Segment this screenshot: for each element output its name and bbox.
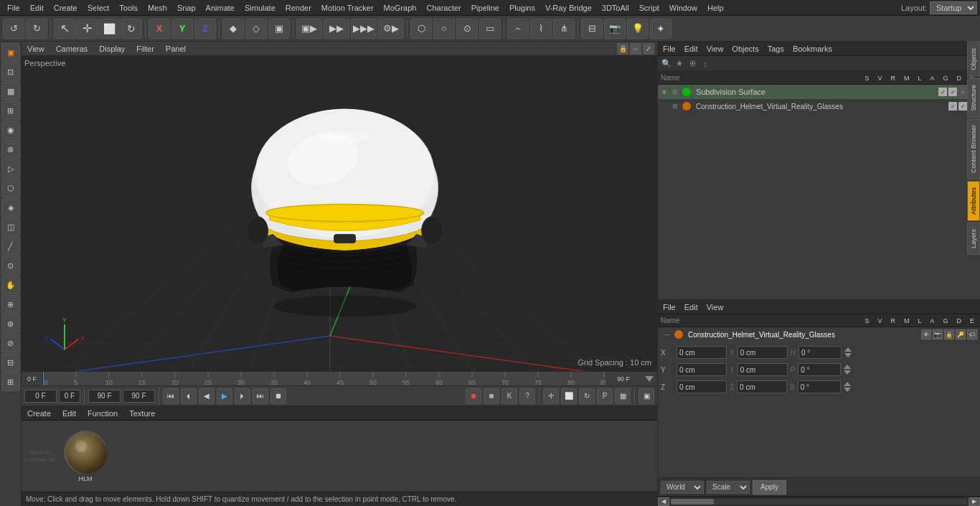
camera-button[interactable]: 📷 (604, 19, 626, 39)
magic-wand-button[interactable]: ✦ (650, 19, 672, 39)
mat-menu-function[interactable]: Function (85, 409, 121, 418)
am-h-rot-input[interactable] (798, 346, 842, 359)
axis-x-button[interactable]: X (149, 19, 170, 39)
move-tool-pb-button[interactable]: ✛ (543, 388, 559, 404)
am-camera-icon[interactable]: 📷 (933, 329, 943, 339)
point-mode-button[interactable]: ◆ (222, 19, 244, 39)
material-slot[interactable]: HLM (64, 431, 107, 482)
select-tools-button[interactable]: ▷ (1, 159, 20, 178)
om-lock-icon[interactable]: ○ (958, 88, 967, 96)
menu-help[interactable]: Help (703, 2, 728, 14)
am-y-pos-input[interactable] (677, 363, 727, 376)
axis-z-button[interactable]: Z (194, 19, 216, 39)
om-visible-icon[interactable]: ✓ (938, 88, 947, 96)
om-search-button[interactable]: 🔍 (661, 58, 672, 70)
next-frame-button[interactable]: ⏵ (235, 388, 250, 404)
render-settings-button[interactable]: ⚙▶ (378, 19, 404, 39)
viewport-menu-display[interactable]: Display (96, 44, 128, 53)
redo-button[interactable]: ↻ (26, 19, 47, 39)
om-menu-edit[interactable]: Edit (682, 44, 700, 53)
am-apply-button[interactable]: Apply (753, 480, 786, 495)
layer-button[interactable]: ⊟ (1, 353, 20, 372)
menu-render[interactable]: Render (281, 2, 316, 14)
cube-button[interactable]: ⬡ (410, 19, 432, 39)
floor-button[interactable]: ⊟ (581, 19, 603, 39)
select-tool-button[interactable]: ↖ (54, 19, 75, 39)
render-view-button[interactable]: ▶▶ (324, 19, 349, 39)
viewport-menu-panel[interactable]: Panel (163, 44, 189, 53)
menu-vray[interactable]: V-Ray Bridge (541, 2, 596, 14)
model-mode-button[interactable]: ▣ (1, 43, 20, 62)
am-scroll-right-button[interactable]: ▶ (969, 497, 980, 506)
pivot-button[interactable]: P (597, 388, 613, 404)
side-tab-objects[interactable]: Objects (967, 42, 980, 77)
fill-button[interactable]: ⊙ (1, 256, 20, 275)
menu-window[interactable]: Window (665, 2, 702, 14)
menu-edit[interactable]: Edit (26, 2, 48, 14)
key-button[interactable]: K (501, 388, 517, 404)
record-button[interactable]: ⏺ (466, 388, 481, 404)
light-button[interactable]: 💡 (627, 19, 649, 39)
paint-button[interactable]: ⬡ (1, 179, 20, 197)
proportional-button[interactable]: ⊗ (1, 140, 20, 159)
am-item-helmet[interactable]: — Construction_Helmet_Virtual_Reality_Gl… (658, 327, 980, 342)
playback-settings-button[interactable]: ? (519, 388, 535, 404)
am-scrollbar[interactable]: ◀ ▶ (658, 496, 980, 506)
mat-menu-create[interactable]: Create (24, 409, 54, 418)
mat-menu-edit[interactable]: Edit (60, 409, 79, 418)
om-menu-bookmarks[interactable]: Bookmarks (791, 44, 834, 53)
menu-character[interactable]: Character (422, 2, 465, 14)
menu-snap[interactable]: Snap (173, 2, 200, 14)
am-key-icon[interactable]: 🔑 (956, 329, 966, 339)
am-z-size-input[interactable] (737, 380, 787, 393)
grid-pb-button[interactable]: ▦ (615, 388, 631, 404)
am-menu-file[interactable]: File (661, 303, 678, 311)
am-p-rot-input[interactable] (798, 363, 841, 376)
am-menu-edit[interactable]: Edit (682, 303, 700, 311)
brush-button[interactable]: ⊘ (1, 334, 20, 352)
om-helmet-visible-icon[interactable]: ✓ (948, 102, 957, 111)
menu-script[interactable]: Script (635, 2, 664, 14)
viewport-fullscreen-icon[interactable]: ⤢ (643, 43, 654, 55)
menu-simulate[interactable]: Simulate (240, 2, 280, 14)
am-z-pos-input[interactable] (677, 380, 727, 393)
playback-start-field[interactable] (24, 390, 57, 403)
prev-frame-button[interactable]: ⏴ (181, 388, 197, 404)
scale-tool-button[interactable]: ⬜ (98, 19, 120, 39)
axis-y-button[interactable]: Y (171, 19, 193, 39)
texture-mode-button[interactable]: ⊡ (1, 62, 20, 81)
om-sort-button[interactable]: ↕ (699, 58, 711, 70)
cylinder-button[interactable]: ⊙ (456, 19, 478, 39)
menu-file[interactable]: File (3, 2, 24, 14)
am-b-rot-input[interactable] (798, 380, 841, 393)
render-active-button[interactable]: ▶▶▶ (351, 19, 377, 39)
menu-pipeline[interactable]: Pipeline (467, 2, 504, 14)
am-lock2-icon[interactable]: 🔒 (944, 329, 954, 339)
viewport-lock-icon[interactable]: 🔒 (617, 43, 628, 55)
am-world-dropdown[interactable]: World (661, 481, 704, 494)
scale-tool-pb-button[interactable]: ⬜ (561, 388, 577, 404)
am-tag-icon[interactable]: 🏷 (967, 329, 977, 339)
stop-button[interactable]: ⏹ (270, 388, 286, 404)
om-helmet-render-icon[interactable]: ✓ (958, 102, 967, 111)
deform-button[interactable]: ◫ (1, 217, 20, 236)
om-render-icon[interactable]: ✓ (948, 88, 957, 96)
jump-to-end-button[interactable]: ⏭ (253, 388, 268, 404)
side-tab-structure[interactable]: Structure (967, 78, 980, 118)
undo-button[interactable]: ↺ (3, 19, 24, 39)
timeline-ruler[interactable]: 0 5 10 15 20 25 30 35 (43, 372, 606, 386)
am-scroll-left-button[interactable]: ◀ (658, 497, 669, 506)
render-region-button[interactable]: ▣▶ (296, 19, 322, 39)
menu-plugins[interactable]: Plugins (505, 2, 540, 14)
auto-key-button[interactable]: ⏺ (484, 388, 499, 404)
am-menu-view[interactable]: View (705, 303, 726, 311)
playback-current-field[interactable] (59, 390, 80, 403)
am-scale-dropdown[interactable]: Scale (707, 481, 750, 494)
viewport-settings-button[interactable]: ▣ (639, 388, 654, 404)
menu-mograph[interactable]: MoGraph (380, 2, 421, 14)
deformer-button[interactable]: ⋔ (553, 19, 575, 39)
snap-mode-button[interactable]: ⊞ (1, 101, 20, 120)
layout-select[interactable]: Startup (930, 1, 977, 14)
mirror-button[interactable]: ⊞ (1, 373, 20, 391)
om-item-subdivision[interactable]: ▼ ⊞ Subdivision Surface ✓ ✓ ○ ○ (658, 85, 980, 99)
